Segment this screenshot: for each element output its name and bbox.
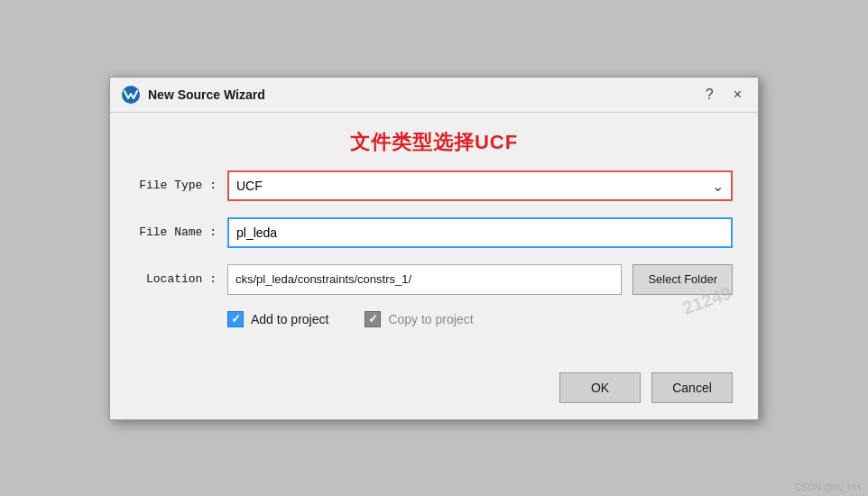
- file-type-select[interactable]: UCF: [227, 170, 733, 201]
- title-bar: New Source Wizard ? ×: [110, 78, 758, 113]
- close-button[interactable]: ×: [728, 85, 747, 105]
- dialog-footer: OK Cancel: [110, 365, 758, 419]
- csdn-credit: CSDN @try_HH: [796, 482, 861, 492]
- cancel-button[interactable]: Cancel: [651, 372, 733, 403]
- add-to-project-label: Add to project: [251, 312, 328, 326]
- copy-to-project-label: Copy to project: [388, 312, 473, 326]
- app-icon: [121, 85, 141, 105]
- dialog-body: 文件类型选择UCF File Type : UCF ⌄ File Name : …: [110, 113, 758, 365]
- checkmark-icon: ✓: [368, 312, 378, 326]
- copy-to-project-checkbox: ✓ Copy to project: [365, 311, 473, 327]
- help-button[interactable]: ?: [700, 85, 719, 105]
- add-to-project-checkbox-box[interactable]: ✓: [227, 311, 244, 327]
- new-source-wizard-dialog: New Source Wizard ? × 文件类型选择UCF File Typ…: [109, 77, 759, 420]
- file-name-row: File Name :: [135, 217, 733, 248]
- location-row: Location : Select Folder: [135, 264, 733, 295]
- file-type-row: File Type : UCF ⌄: [135, 170, 733, 201]
- file-name-input[interactable]: [227, 217, 733, 248]
- checkboxes-row: ✓ Add to project ✓ Copy to project: [135, 311, 733, 327]
- add-to-project-checkbox[interactable]: ✓ Add to project: [227, 311, 328, 327]
- file-name-label: File Name :: [135, 225, 217, 239]
- location-input[interactable]: [227, 264, 622, 295]
- annotation-text: 文件类型选择UCF: [135, 129, 733, 156]
- dialog-title: New Source Wizard: [148, 87, 691, 102]
- ok-button[interactable]: OK: [559, 372, 641, 403]
- file-type-dropdown-wrapper[interactable]: UCF ⌄: [227, 170, 733, 201]
- copy-to-project-checkbox-box: ✓: [365, 311, 381, 327]
- select-folder-button[interactable]: Select Folder: [633, 264, 733, 295]
- location-label: Location :: [135, 272, 217, 286]
- checkmark-icon: ✓: [231, 312, 241, 326]
- file-type-label: File Type :: [135, 179, 217, 192]
